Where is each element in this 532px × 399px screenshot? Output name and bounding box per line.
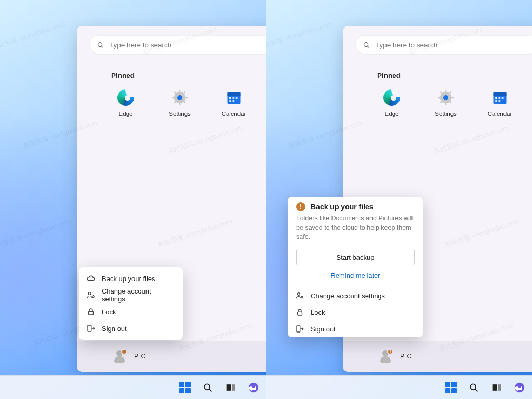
- svg-rect-8: [174, 91, 176, 94]
- gear-icon: [438, 90, 454, 105]
- pinned-app-calendar[interactable]: Calendar: [485, 89, 514, 117]
- pinned-app-edge[interactable]: Edge: [377, 89, 406, 117]
- svg-rect-16: [236, 97, 238, 99]
- svg-rect-43: [495, 97, 497, 99]
- svg-rect-37: [440, 91, 442, 94]
- svg-rect-42: [494, 92, 507, 96]
- calendar-icon: [492, 90, 508, 105]
- pinned-app-settings[interactable]: Settings: [431, 89, 460, 117]
- menu-item-backup[interactable]: Back up your files: [79, 270, 183, 287]
- svg-rect-5: [179, 103, 181, 105]
- search-icon: [203, 382, 213, 393]
- user-bar: ! P C: [343, 341, 532, 372]
- backup-card-menu: ! Back up your files Folders like Docume…: [288, 197, 423, 337]
- user-name: P C: [400, 353, 413, 360]
- svg-rect-45: [502, 97, 504, 99]
- taskbar-chat[interactable]: [245, 379, 262, 396]
- search-icon: [97, 41, 104, 49]
- pinned-app-label: Calendar: [488, 111, 512, 117]
- user-name: P C: [134, 353, 147, 360]
- svg-rect-35: [438, 97, 441, 99]
- svg-rect-6: [172, 97, 175, 99]
- menu-item-lock[interactable]: Lock: [79, 303, 183, 320]
- svg-rect-54: [493, 384, 497, 391]
- start-backup-button[interactable]: Start backup: [296, 249, 415, 265]
- menu-item-account-settings[interactable]: Change account settings: [288, 287, 423, 304]
- svg-rect-44: [499, 97, 501, 99]
- user-avatar[interactable]: !: [378, 349, 393, 364]
- svg-rect-15: [233, 97, 235, 99]
- card-title: Back up your files: [311, 203, 374, 211]
- lock-icon: [86, 307, 96, 316]
- taskbar: [266, 375, 532, 399]
- user-gear-icon: [295, 291, 304, 300]
- svg-rect-4: [179, 90, 181, 92]
- svg-point-0: [98, 42, 102, 46]
- pinned-app-calendar[interactable]: Calendar: [219, 89, 248, 117]
- svg-rect-36: [451, 97, 454, 99]
- user-avatar[interactable]: [112, 349, 127, 364]
- menu-item-label: Back up your files: [102, 275, 155, 283]
- svg-rect-21: [89, 311, 94, 315]
- svg-point-28: [252, 385, 255, 388]
- windows-logo-icon: [179, 382, 191, 393]
- svg-rect-26: [232, 384, 235, 391]
- taskbar-search[interactable]: [200, 379, 216, 396]
- menu-item-account-settings[interactable]: Change account settings: [79, 287, 183, 303]
- pinned-app-label: Calendar: [222, 111, 246, 117]
- lock-icon: [295, 308, 304, 317]
- chat-icon: [514, 382, 525, 393]
- search-box[interactable]: [355, 35, 532, 54]
- calendar-icon: [226, 90, 242, 105]
- remind-later-link[interactable]: Remind me later: [288, 270, 423, 285]
- svg-line-30: [368, 46, 369, 47]
- svg-rect-51: [297, 326, 300, 332]
- menu-item-label: Change account settings: [311, 292, 385, 300]
- svg-rect-55: [498, 384, 501, 391]
- svg-rect-33: [445, 90, 447, 92]
- edge-icon: [383, 89, 400, 106]
- windows-logo-icon: [445, 382, 457, 393]
- svg-point-19: [88, 292, 91, 295]
- pinned-app-label: Edge: [385, 111, 399, 117]
- svg-rect-18: [233, 100, 235, 102]
- menu-item-label: Lock: [311, 309, 325, 316]
- svg-point-32: [443, 95, 448, 100]
- taskbar-chat[interactable]: [511, 379, 528, 396]
- taskbar-taskview[interactable]: [488, 379, 505, 396]
- search-input[interactable]: [376, 41, 531, 49]
- search-icon: [363, 41, 370, 49]
- pinned-app-edge[interactable]: Edge: [111, 89, 140, 117]
- menu-item-label: Change account settings: [102, 287, 176, 303]
- user-gear-icon: [86, 290, 96, 300]
- search-input[interactable]: [110, 41, 265, 49]
- svg-rect-50: [298, 312, 302, 316]
- pinned-app-label: Edge: [119, 111, 133, 117]
- svg-rect-39: [449, 91, 451, 94]
- menu-item-signout[interactable]: Sign out: [79, 320, 183, 337]
- search-icon: [469, 382, 479, 393]
- menu-item-label: Sign out: [102, 325, 127, 332]
- card-description: Folders like Documents and Pictures will…: [288, 212, 423, 247]
- taskview-icon: [225, 382, 236, 393]
- pinned-heading: Pinned: [377, 72, 532, 79]
- svg-rect-25: [227, 384, 231, 391]
- svg-rect-10: [183, 91, 185, 94]
- svg-point-57: [518, 385, 521, 388]
- taskbar-start[interactable]: [443, 379, 459, 396]
- notification-dot-icon: [121, 349, 127, 355]
- search-box[interactable]: [89, 35, 266, 54]
- taskview-icon: [491, 382, 502, 393]
- pinned-app-settings[interactable]: Settings: [165, 89, 194, 117]
- taskbar-search[interactable]: [466, 379, 482, 396]
- user-context-menu: Back up your files Change account settin…: [79, 267, 183, 340]
- svg-point-3: [177, 95, 182, 100]
- edge-icon: [117, 89, 134, 106]
- signout-icon: [86, 324, 96, 333]
- menu-item-lock[interactable]: Lock: [288, 304, 423, 321]
- svg-point-23: [204, 384, 210, 390]
- menu-item-signout[interactable]: Sign out: [288, 321, 423, 337]
- taskbar-start[interactable]: [177, 379, 193, 396]
- taskbar-taskview[interactable]: [222, 379, 239, 396]
- svg-rect-13: [228, 92, 241, 96]
